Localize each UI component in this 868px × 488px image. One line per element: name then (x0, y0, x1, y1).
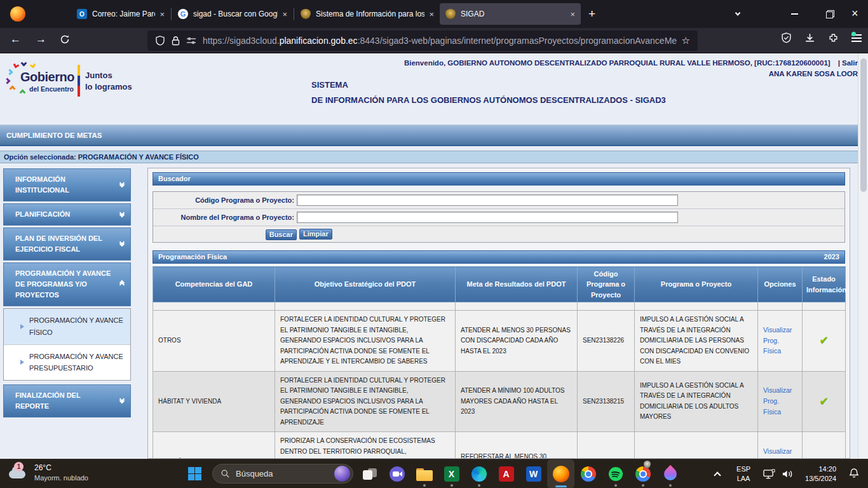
tab-outlook[interactable]: O Correo: Jaime Paredes - Outlook × (71, 3, 170, 25)
tab-close-icon[interactable]: × (159, 10, 165, 18)
tab-google-search[interactable]: G sigad - Buscar con Google × (172, 3, 293, 25)
tab-close-icon[interactable]: × (570, 10, 575, 18)
firefox-button[interactable] (547, 459, 574, 488)
acrobat-icon: A (499, 466, 514, 482)
search-highlight-avatar (334, 466, 350, 482)
acrobat-button[interactable]: A (492, 459, 520, 488)
cell-meta: ATENDER A MÍNIMO 100 ADULTOS MAYORES CAD… (456, 371, 578, 432)
back-button[interactable]: ← (10, 33, 21, 46)
buscar-button[interactable]: Buscar (266, 229, 297, 240)
crest-favicon (301, 9, 311, 19)
col-competencias: Competencias del GAD (153, 267, 275, 302)
edge-icon (471, 466, 487, 482)
scrollbar-thumb[interactable] (860, 58, 867, 192)
gradient-drop-icon (661, 465, 679, 483)
cell-codigo: SEN23138226 (578, 311, 635, 372)
google-favicon: G (178, 9, 188, 19)
protections-shield-icon[interactable] (781, 32, 792, 43)
tray-overflow-chevron[interactable] (714, 471, 721, 478)
word-button[interactable]: W (520, 459, 547, 488)
sidebar-subitem-programacion-avance-presupuestario[interactable]: PROGRAMACIÓN Y AVANCE PRESUPUESTARIO (4, 344, 130, 380)
sidebar-item-plan-de-inversion[interactable]: PLAN DE INVERSIÓN DEL EJERCICIO FISCAL (3, 227, 131, 261)
codigo-input[interactable] (297, 194, 678, 206)
triangle-bullet-icon (20, 324, 24, 329)
programacion-fisica-header: Programación Física 2023 (153, 250, 845, 264)
logo-text-del-encuentro: del Encuentro (29, 85, 74, 93)
logged-user-name: ANA KAREN SOSA LOOR (769, 70, 858, 78)
tab-sigad-active[interactable]: SIGAD × (440, 3, 581, 25)
table-row: GESTIÓN AMBIENTAL PRIORIZAR LA CONSERVAC… (153, 432, 846, 459)
spotify-button[interactable] (602, 459, 629, 488)
paint-app-button[interactable] (656, 459, 684, 488)
visualizar-prog-fisica-link[interactable]: Visualizar Prog. Física (763, 446, 797, 459)
forward-button[interactable]: → (36, 33, 46, 46)
tab-close-icon[interactable]: × (282, 10, 287, 18)
extensions-icon[interactable] (828, 32, 839, 43)
outlook-favicon: O (77, 9, 87, 19)
task-view-button[interactable] (356, 459, 383, 488)
new-tab-button[interactable]: + (588, 7, 595, 21)
estado-check-icon: ✔ (819, 395, 828, 407)
sidebar-subitem-programacion-avance-fisico[interactable]: PROGRAMACIÓN Y AVANCE FÍSICO (4, 309, 130, 344)
tab-close-icon[interactable]: × (429, 10, 434, 18)
sidebar-item-finalizacion-del-reporte[interactable]: FINALIZACIÓN DEL REPORTE (3, 384, 131, 417)
edge-button[interactable] (465, 459, 492, 488)
chrome-icon (581, 466, 596, 482)
time-label: 14:20 (818, 465, 836, 473)
app-menu-button[interactable] (851, 34, 862, 42)
logo-text-gobierno: Gobierno (20, 70, 74, 85)
clock[interactable]: 14:2013/5/2024 (805, 464, 836, 484)
window-minimize-button[interactable] (791, 13, 798, 15)
salir-link[interactable]: | Salir (838, 59, 858, 67)
volume-icon[interactable] (782, 469, 794, 479)
notifications-button[interactable] (849, 468, 859, 481)
notification-badge: 1 (14, 462, 24, 471)
sidebar-item-planificacion[interactable]: PLANIFICACIÓN (3, 203, 131, 226)
sidebar-item-programacion-y-avance[interactable]: PROGRAMACIÓN Y AVANCE DE PROGRAMAS Y/O P… (3, 262, 131, 306)
col-opciones: Opciones (758, 267, 803, 302)
window-restore-button[interactable] (826, 10, 833, 17)
limpiar-button[interactable]: Limpiar (299, 229, 332, 240)
nombre-input[interactable] (297, 212, 678, 223)
tab-sigad-info[interactable]: Sistema de Información para los × (295, 3, 440, 25)
network-display-icon[interactable] (763, 469, 775, 480)
weather-widget[interactable]: 1 26°C Mayorm. nublado (6, 461, 102, 487)
teams-chat-icon (390, 466, 405, 482)
permissions-icon[interactable] (186, 36, 196, 45)
lock-icon[interactable] (172, 36, 180, 46)
url-text[interactable]: https://sigad3cloud.planificacion.gob.ec… (203, 36, 677, 46)
file-explorer-button[interactable] (410, 459, 438, 488)
keyboard-language-indicator[interactable]: ESPLAA (736, 464, 750, 484)
bookmark-star-icon[interactable]: ☆ (682, 35, 690, 46)
downloads-icon[interactable] (804, 32, 815, 43)
word-icon: W (526, 466, 541, 482)
cell-meta: REFORESTAR AL MENOS 30 HECTÁREAS HASTA 2… (456, 432, 578, 459)
chrome-button[interactable] (574, 459, 602, 488)
list-tabs-chevron-icon[interactable] (736, 13, 862, 15)
chevron-double-down-icon (120, 183, 124, 187)
cell-codigo: SEN23138202 (578, 432, 635, 459)
page-scrollbar[interactable] (858, 53, 868, 459)
teams-chat-button[interactable] (383, 459, 410, 488)
sidebar-item-informacion-institucional[interactable]: INFORMACIÓN INSTITUCIONAL (3, 168, 131, 201)
tab-title: sigad - Buscar con Google (193, 10, 278, 18)
excel-button[interactable]: X (438, 459, 465, 488)
cell-programa: IMPULSO A LA GESTIÓN SOCIAL A TRAVÉS DE … (635, 311, 758, 372)
chrome-sigad-button[interactable] (629, 459, 656, 488)
tab-title: Correo: Jaime Paredes - Outlook (92, 10, 155, 18)
browser-tab-bar: O Correo: Jaime Paredes - Outlook × G si… (0, 0, 868, 28)
table-header-row: Competencias del GAD Objetivo Estratégic… (153, 267, 846, 302)
tracking-shield-icon[interactable] (155, 36, 165, 46)
menu-bar-cumplimiento-de-metas[interactable]: CUMPLIMIENTO DE METAS (0, 125, 868, 146)
tab-separator (294, 8, 294, 20)
window-close-button[interactable]: × (851, 7, 858, 20)
taskbar-search-box[interactable]: Búsqueda (212, 464, 353, 484)
visualizar-prog-fisica-link[interactable]: Visualizar Prog. Física (763, 385, 797, 417)
url-bar[interactable]: https://sigad3cloud.planificacion.gob.ec… (147, 30, 698, 51)
visualizar-prog-fisica-link[interactable]: Visualizar Prog. Física (763, 325, 797, 356)
cell-programa: VALLE HERMOSO VERDE Y LIMPIO (635, 432, 758, 459)
start-button[interactable] (188, 467, 201, 480)
weather-condition-label: Mayorm. nublado (34, 474, 88, 482)
col-estado: Estado Información (803, 267, 846, 302)
reload-button[interactable] (60, 34, 70, 48)
